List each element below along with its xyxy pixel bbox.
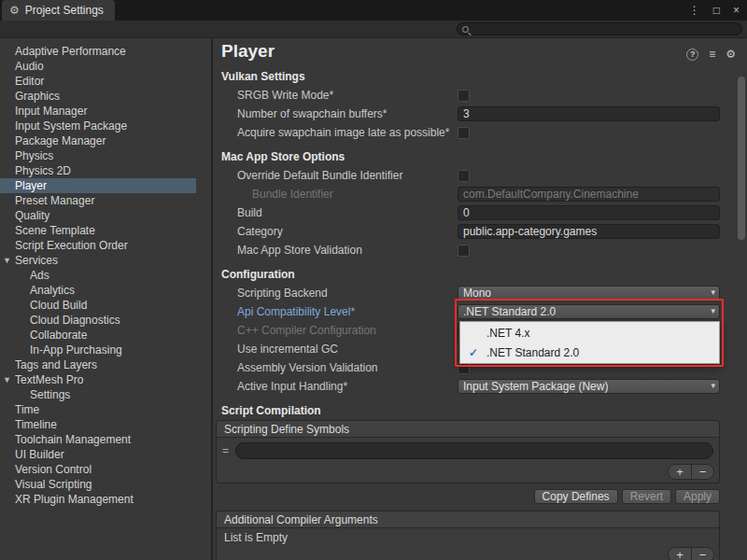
sidebar-item-settings[interactable]: Settings xyxy=(0,387,196,402)
number-of-swapchain-buffers-field[interactable]: 3 xyxy=(458,106,720,121)
setting-row-category: Categorypublic.app-category.games xyxy=(213,222,747,241)
setting-row-number-of-swapchain-buffers: Number of swapchain buffers*3 xyxy=(213,105,747,123)
sidebar-item-timeline[interactable]: Timeline xyxy=(0,417,196,432)
sidebar-item-cloud-diagnostics[interactable]: Cloud Diagnostics xyxy=(0,313,196,328)
setting-label: Bundle Identifier xyxy=(221,188,458,201)
search-input[interactable] xyxy=(457,22,742,35)
sidebar-item-toolchain-management[interactable]: Toolchain Management xyxy=(0,432,196,447)
setting-label: Active Input Handling* xyxy=(221,380,458,393)
sidebar-item-analytics[interactable]: Analytics xyxy=(0,283,196,298)
sidebar-item-version-control[interactable]: Version Control xyxy=(0,462,196,477)
sidebar-item-adaptive-performance[interactable]: Adaptive Performance xyxy=(0,44,196,59)
setting-row-override-default-bundle-identifier: Override Default Bundle Identifier xyxy=(213,166,747,185)
build-field[interactable]: 0 xyxy=(458,205,720,220)
popup-option-net-4-x[interactable]: .NET 4.x xyxy=(460,323,719,343)
section-header: Configuration xyxy=(221,268,295,281)
section-configuration: Configuration xyxy=(213,265,747,284)
sidebar-item-quality[interactable]: Quality xyxy=(0,208,196,223)
sidebar-item-label: Player xyxy=(15,179,47,192)
sidebar-item-in-app-purchasing[interactable]: In-App Purchasing xyxy=(0,343,196,357)
presets-icon[interactable]: ≡ xyxy=(709,48,715,61)
sidebar-item-visual-scripting[interactable]: Visual Scripting xyxy=(0,477,196,492)
panel-header: Player ? ≡ ⚙ xyxy=(213,39,747,65)
sidebar-item-services[interactable]: ▼Services xyxy=(0,253,196,268)
close-icon[interactable]: × xyxy=(733,4,740,17)
foldout-icon[interactable]: ▼ xyxy=(3,372,11,387)
sidebar-item-label: UI Builder xyxy=(15,448,64,461)
sidebar-item-preset-manager[interactable]: Preset Manager xyxy=(0,193,196,208)
sidebar-item-input-system-package[interactable]: Input System Package xyxy=(0,119,196,133)
sidebar-item-textmesh-pro[interactable]: ▼TextMesh Pro xyxy=(0,372,196,387)
scripting-backend-dropdown[interactable]: Mono▾ xyxy=(458,286,720,301)
acquire-swapchain-image-late-as-possible-checkbox[interactable] xyxy=(458,127,470,139)
sidebar-list: Adaptive PerformanceAudioEditorGraphicsI… xyxy=(0,39,213,560)
sidebar-item-editor[interactable]: Editor xyxy=(0,74,196,89)
drag-handle-icon[interactable]: = xyxy=(222,444,235,457)
define-symbols-title: Scripting Define Symbols xyxy=(217,421,719,438)
help-icon[interactable]: ? xyxy=(686,49,698,61)
list-add-remove: + − xyxy=(668,547,714,560)
chevron-down-icon: ▾ xyxy=(711,306,715,315)
add-argument-button[interactable]: + xyxy=(669,548,691,560)
active-input-handling-dropdown[interactable]: Input System Package (New)▾ xyxy=(458,379,720,394)
setting-row-bundle-identifier: Bundle Identifiercom.DefaultCompany.Cine… xyxy=(213,185,747,203)
api-compatibility-level-dropdown[interactable]: .NET Standard 2.0▾ xyxy=(458,304,720,319)
popup-option-net-standard-2-0[interactable]: ✓.NET Standard 2.0 xyxy=(460,343,719,362)
tab-project-settings[interactable]: ⚙ Project Settings xyxy=(2,0,115,21)
sidebar-item-graphics[interactable]: Graphics xyxy=(0,89,196,104)
foldout-icon[interactable]: ▼ xyxy=(3,253,11,268)
tab-strip: ⚙ Project Settings ⋮ □ × xyxy=(0,0,747,21)
compiler-arguments-title: Additional Compiler Arguments xyxy=(217,511,719,528)
setting-label: Scripting Backend xyxy=(221,287,458,300)
sidebar-item-cloud-build[interactable]: Cloud Build xyxy=(0,298,196,313)
remove-argument-button[interactable]: − xyxy=(691,548,713,560)
sidebar-item-audio[interactable]: Audio xyxy=(0,59,196,74)
kebab-menu-icon[interactable]: ⋮ xyxy=(689,4,700,17)
gear-icon[interactable]: ⚙ xyxy=(726,48,736,61)
sidebar-item-collaborate[interactable]: Collaborate xyxy=(0,328,196,343)
sidebar-item-xr-plugin-management[interactable]: XR Plugin Management xyxy=(0,492,196,507)
sidebar-item-ads[interactable]: Ads xyxy=(0,268,196,283)
section-vulkan-settings: Vulkan Settings xyxy=(213,67,747,86)
override-default-bundle-identifier-checkbox[interactable] xyxy=(458,170,470,182)
sidebar-item-ui-builder[interactable]: UI Builder xyxy=(0,447,196,462)
window-controls: ⋮ □ × xyxy=(689,0,740,21)
sidebar-item-label: Cloud Diagnostics xyxy=(30,314,120,327)
category-field[interactable]: public.app-category.games xyxy=(458,224,720,239)
copy-defines-button[interactable]: Copy Defines xyxy=(534,489,618,504)
sidebar-item-label: Ads xyxy=(30,269,49,282)
sidebar-item-tags-and-layers[interactable]: Tags and Layers xyxy=(0,357,196,372)
section-mac-app-store-options: Mac App Store Options xyxy=(213,147,747,166)
define-symbol-input[interactable] xyxy=(235,442,713,459)
sidebar-item-label: Audio xyxy=(15,60,44,73)
sidebar-item-scene-template[interactable]: Scene Template xyxy=(0,223,196,238)
sidebar-item-time[interactable]: Time xyxy=(0,402,196,417)
srgb-write-mode-checkbox[interactable] xyxy=(458,90,470,102)
setting-label: Use incremental GC xyxy=(221,343,458,356)
sidebar-item-label: Analytics xyxy=(30,284,75,297)
mac-app-store-validation-checkbox[interactable] xyxy=(458,245,470,257)
sidebar-item-physics[interactable]: Physics xyxy=(0,148,196,163)
scrollbar-thumb[interactable] xyxy=(738,77,745,240)
setting-row-srgb-write-mode: SRGB Write Mode* xyxy=(213,86,747,105)
maximize-icon[interactable]: □ xyxy=(713,4,720,17)
sidebar-item-label: Toolchain Management xyxy=(15,433,131,446)
sidebar-item-label: Cloud Build xyxy=(30,299,87,312)
setting-label: Assembly Version Validation xyxy=(221,361,458,374)
apply-button[interactable]: Apply xyxy=(675,489,720,504)
revert-button[interactable]: Revert xyxy=(622,489,671,504)
sidebar-item-script-execution-order[interactable]: Script Execution Order xyxy=(0,238,196,253)
section-header: Script Compilation xyxy=(221,404,321,417)
sidebar-item-input-manager[interactable]: Input Manager xyxy=(0,104,196,119)
setting-row-build: Build0 xyxy=(213,203,747,222)
sidebar-item-label: Collaborate xyxy=(30,329,87,342)
content: Adaptive PerformanceAudioEditorGraphicsI… xyxy=(0,39,747,560)
sidebar-item-label: Editor xyxy=(15,75,44,88)
sidebar-item-package-manager[interactable]: Package Manager xyxy=(0,133,196,148)
remove-define-button[interactable]: − xyxy=(691,465,713,479)
sidebar-item-player[interactable]: Player xyxy=(0,178,196,193)
add-define-button[interactable]: + xyxy=(669,465,691,479)
sidebar-item-label: Settings xyxy=(30,388,70,401)
sidebar-item-label: Quality xyxy=(15,209,49,222)
sidebar-item-physics-2d[interactable]: Physics 2D xyxy=(0,163,196,178)
